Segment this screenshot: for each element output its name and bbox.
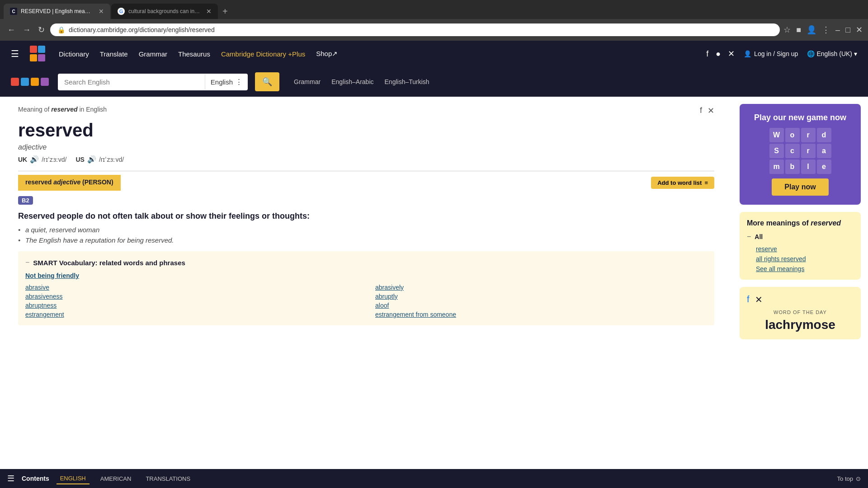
new-tab-button[interactable]: + [219,6,231,17]
nav-plus[interactable]: Cambridge Dictionary +Plus [221,50,305,58]
bottom-tab-english[interactable]: ENGLISH [57,473,90,484]
twitter-x-icon[interactable]: ✕ [728,49,735,59]
share-facebook-icon[interactable]: f [700,106,702,116]
tab-cambridge[interactable]: C RESERVED | English meaning - ✕ [4,4,110,19]
nav-translate[interactable]: Translate [100,50,128,58]
example-1: a quiet, reserved woman [18,226,714,234]
us-speaker-icon[interactable]: 🔊 [87,155,96,164]
forward-button[interactable]: → [21,23,33,37]
vocab-word-abrasively[interactable]: abrasively [375,284,707,291]
quick-link-turkish[interactable]: English–Turkish [385,78,429,85]
maximize-icon[interactable]: □ [845,25,850,35]
login-label: Log in / Sign up [754,50,798,57]
chevron-down-icon: ▾ [854,50,857,57]
nav-shop[interactable]: Shop↗ [316,50,338,58]
person-icon: 👤 [744,50,751,57]
bottom-hamburger-icon[interactable]: ☰ [7,474,14,483]
breadcrumb-text-before: Meaning of [18,106,51,113]
vocab-word-abrasive[interactable]: abrasive [25,284,357,291]
link-reserve[interactable]: reserve [756,245,777,253]
us-pron-text: /rɪˈzɜːvd/ [99,156,124,163]
play-now-button[interactable]: Play now [772,178,828,196]
lang-options-icon: ⋮ [236,78,242,86]
sidebar-facebook-icon[interactable]: f [747,294,750,305]
cambridge-favicon: C [10,8,17,15]
more-meanings-title: More meanings of reserved [747,219,854,227]
vocab-word-abrasiveness[interactable]: abrasiveness [25,293,357,300]
scramble-o: o [785,128,800,142]
scramble-r: r [801,128,816,142]
share-icons: f ✕ [700,106,714,116]
language-selector[interactable]: 🌐 English (UK) ▾ [807,50,857,57]
reload-button[interactable]: ↻ [36,23,47,37]
tab-cambridge-close[interactable]: ✕ [99,8,104,15]
login-button[interactable]: 👤 Log in / Sign up [744,50,798,57]
breadcrumb-word: reserved [51,106,77,113]
back-button[interactable]: ← [5,23,17,37]
vocab-word-estrangement[interactable]: estrangement [25,311,357,318]
example-2: The English have a reputation for being … [18,236,714,244]
lock-icon: 🔒 [57,26,65,33]
definition-text: Reserved people do not often talk about … [18,210,714,222]
quick-link-grammar[interactable]: Grammar [294,78,321,85]
sense-tabs: reserved adjective (PERSON) [18,175,121,191]
tab-google-close[interactable]: ✕ [206,8,212,15]
search-submit-button[interactable]: 🔍 [255,72,279,91]
logo-block-2 [38,46,45,53]
wotd-label: WORD OF THE DAY [747,310,854,315]
smart-vocab-header[interactable]: − SMART Vocabulary: related words and ph… [25,258,707,267]
sense-tab-label: reserved adjective (PERSON) [25,178,113,186]
vocab-word-abruptness[interactable]: abruptness [25,302,357,309]
vocab-section-title[interactable]: Not being friendly [25,272,707,279]
bottom-contents-label[interactable]: Contents [22,475,49,482]
bottom-tab-translations[interactable]: TRANSLATIONS [142,474,194,484]
profile-icon[interactable]: 👤 [807,25,816,35]
scramble-m: m [769,160,784,174]
list-item-all-rights: all rights reserved [756,255,854,263]
logo-block-4 [38,54,45,61]
instagram-icon[interactable]: ● [716,49,721,59]
add-to-word-list-button[interactable]: Add to word list ≡ [651,177,714,189]
see-all-meanings-link[interactable]: See all meanings [747,265,854,272]
star-icon[interactable]: ☆ [783,25,791,35]
facebook-icon[interactable]: f [706,49,708,59]
to-top-button[interactable]: To top ⊙ [837,475,861,482]
color-block-orange [31,78,39,86]
share-twitter-icon[interactable]: ✕ [708,106,714,116]
to-top-label: To top [837,475,853,482]
more-title-before: More meanings of [747,219,811,227]
list-icon: ≡ [704,179,708,186]
social-icons: f ● ✕ [706,49,735,59]
bottom-tab-american[interactable]: AMERICAN [97,474,135,484]
tab-google[interactable]: G cultural backgrounds can influ... ✕ [111,4,218,19]
vocab-word-abruptly[interactable]: abruptly [375,293,707,300]
close-window-icon[interactable]: ✕ [856,25,863,35]
sidebar-twitter-icon[interactable]: ✕ [755,294,763,305]
menu-icon[interactable]: ⋮ [822,25,830,35]
uk-pronunciation: UK 🔊 /rɪˈzɜːvd/ [18,155,66,164]
scramble-r2: r [801,144,816,158]
vocab-word-estrangement-from[interactable]: estrangement from someone [375,311,707,318]
extensions-icon[interactable]: ■ [796,25,801,35]
more-title-word: reserved [811,219,841,227]
nav-grammar[interactable]: Grammar [139,50,167,58]
search-input[interactable] [58,74,205,90]
sidebar-links: reserve all rights reserved [747,245,854,263]
sidebar: Play our new game now W o r d S c r a m … [732,97,868,473]
uk-speaker-icon[interactable]: 🔊 [30,155,39,164]
search-lang-button[interactable]: English ⋮ [205,74,248,89]
nav-thesaurus[interactable]: Thesaurus [178,50,210,58]
sidebar-more-meanings: More meanings of reserved − All reserve … [740,212,861,280]
tab-google-label: cultural backgrounds can influ... [128,8,201,14]
hamburger-menu[interactable]: ☰ [11,48,19,59]
sense-tab-person[interactable]: reserved adjective (PERSON) [18,175,121,191]
address-bar[interactable]: 🔒 dictionary.cambridge.org/dictionary/en… [50,23,780,36]
to-top-icon: ⊙ [856,475,861,482]
nav-dictionary[interactable]: Dictionary [59,50,89,58]
cambridge-logo [30,46,46,62]
minimize-icon[interactable]: – [835,25,840,35]
vocab-word-aloof[interactable]: aloof [375,302,707,309]
link-all-rights-reserved[interactable]: all rights reserved [756,255,806,263]
quick-link-arabic[interactable]: English–Arabic [331,78,373,85]
sidebar-social-wotd: f ✕ WORD OF THE DAY lachrymose [740,287,861,339]
